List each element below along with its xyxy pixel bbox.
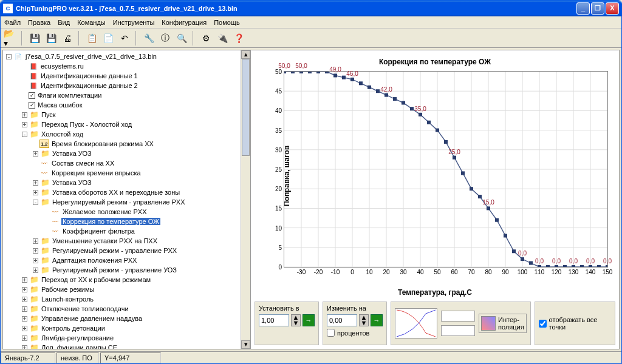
tree-item[interactable]: 📕Идентификационные данные 2 (4, 81, 239, 90)
connect-icon[interactable]: 🔌 (215, 31, 230, 46)
scroll-thumb[interactable] (242, 59, 250, 156)
svg-rect-44 (402, 101, 405, 105)
save-as-icon[interactable]: 💾 (44, 31, 58, 46)
percent-label: процентов (337, 329, 369, 337)
search-icon[interactable]: 🔍 (174, 31, 189, 46)
tree-item[interactable]: +Пуск (4, 110, 239, 120)
copy-icon[interactable]: 📋 (84, 31, 99, 46)
print-icon[interactable]: 🖨 (60, 31, 75, 46)
tree-item[interactable]: 〰Коррекция по температуре ОЖ (4, 217, 239, 226)
bottom-controls: Установить в ▲▼ → Изменить на ▲▼ → (255, 298, 615, 345)
svg-rect-40 (367, 86, 371, 89)
tree-item[interactable]: 📕ecusystems.ru (4, 61, 239, 71)
svg-rect-47 (427, 121, 431, 124)
window-title: ChipTuningPRO ver.3.21 - j7esa_0.7.5_res… (16, 5, 576, 12)
tree-scrollbar[interactable]: ▴ ▾ (241, 50, 250, 349)
preview3-icon[interactable] (441, 325, 475, 336)
menu-commands[interactable]: Команды (77, 19, 106, 26)
open-icon[interactable]: 📂▾ (3, 31, 18, 46)
svg-rect-46 (419, 113, 422, 116)
tree-item[interactable]: +Launch-контроль (4, 294, 239, 304)
svg-rect-42 (384, 93, 388, 97)
svg-rect-45 (410, 107, 414, 110)
tree-view[interactable]: -📄j7esa_0.7.5_resiver_drive_v21_drive_13… (3, 50, 241, 349)
info-icon[interactable]: ⓘ (158, 31, 173, 46)
save-icon[interactable]: 💾 (27, 31, 42, 46)
svg-rect-50 (453, 156, 456, 160)
svg-rect-43 (393, 97, 397, 101)
tree-item[interactable]: +Уставка УОЗ (4, 178, 239, 187)
tree-item[interactable]: 〰Коррекция времени впрыска (4, 168, 239, 178)
change-value-input[interactable] (327, 314, 357, 326)
tree-item[interactable]: +Регулируемый режим - управление УОЗ (4, 265, 239, 275)
tree-item[interactable]: +Управление давлением наддува (4, 314, 239, 323)
menu-config[interactable]: Конфигурация (162, 19, 207, 26)
svg-rect-51 (461, 171, 465, 175)
tree-item[interactable]: +Переход от XX к рабочим режимам (4, 275, 239, 285)
svg-rect-38 (350, 78, 354, 81)
menu-file[interactable]: Файл (4, 19, 21, 26)
change-spinner[interactable]: ▲▼ (359, 314, 369, 326)
set-apply-button[interactable]: → (302, 314, 315, 326)
paste-icon[interactable]: 📄 (101, 31, 115, 46)
set-value-group: Установить в ▲▼ → (255, 302, 319, 345)
svg-rect-56 (504, 234, 507, 237)
undo-icon[interactable]: ↶ (117, 31, 132, 46)
set-spinner[interactable]: ▲▼ (291, 314, 301, 326)
tree-item[interactable]: +Переход Пуск - Холостой ход (4, 120, 239, 129)
tree-item[interactable]: ✓Флаги комплектации (4, 90, 239, 100)
tree-item[interactable]: 〰Состав смеси на XX (4, 158, 239, 168)
help-icon[interactable]: ❓ (231, 31, 246, 46)
svg-rect-36 (333, 73, 337, 77)
menu-tools[interactable]: Инструменты (113, 19, 155, 26)
change-value-group: Изменить на ▲▼ → процентов (323, 302, 387, 345)
tree-item[interactable]: +Рабочие режимы (4, 285, 239, 294)
percent-checkbox[interactable] (327, 329, 335, 337)
tree-item[interactable]: 〰Коэффициент фильтра (4, 226, 239, 236)
close-button[interactable]: X (606, 2, 619, 15)
statusbar: Январь-7.2 неизв. ПО Y=4,947 (1, 351, 621, 363)
tree-item[interactable]: ✓Маска ошибок (4, 100, 239, 110)
svg-rect-52 (470, 187, 473, 190)
svg-rect-30 (284, 72, 286, 73)
tree-item[interactable]: 〰Желаемое положение РXX (4, 207, 239, 217)
menu-edit[interactable]: Правка (28, 19, 50, 26)
tree-item[interactable]: -Нерегулируемый режим - управление РXX (4, 197, 239, 207)
tree-item[interactable]: +Регулируемый режим - управление РXX (4, 246, 239, 255)
status-firmware: неизв. ПО (56, 352, 99, 363)
maximize-button[interactable]: ❐ (591, 2, 604, 15)
tool1-icon[interactable]: 🔧 (142, 31, 156, 46)
tree-item[interactable]: +Уменьшение уставки РXX на ПXX (4, 236, 239, 246)
tree-root[interactable]: -📄j7esa_0.7.5_resiver_drive_v21_drive_13… (4, 52, 239, 61)
interpolation-button[interactable]: Интер- поляция (479, 314, 527, 333)
tree-item[interactable]: +Уставка УОЗ (4, 149, 239, 158)
menu-help[interactable]: Помощь (214, 19, 240, 26)
chart-area: Коррекция по температуре ОЖ Поправка, ша… (255, 54, 615, 298)
tree-item[interactable]: 1.2Время блокирования режима XX (4, 139, 239, 149)
settings-icon[interactable]: ⚙ (199, 31, 213, 46)
tree-item[interactable]: +Отключение топливоподачи (4, 304, 239, 314)
tree-item[interactable]: +Лямбда-регулирование (4, 333, 239, 343)
tree-item[interactable]: +Адаптация положения РXX (4, 255, 239, 265)
tree-item[interactable]: 📕Идентификационные данные 1 (4, 71, 239, 81)
set-label: Установить в (259, 305, 315, 312)
status-module: Январь-7.2 (1, 352, 55, 363)
change-apply-button[interactable]: → (371, 314, 383, 326)
svg-rect-35 (325, 72, 329, 73)
tree-item[interactable]: +Контроль детонации (4, 323, 239, 333)
scroll-down-icon[interactable]: ▾ (241, 340, 250, 349)
tree-item[interactable]: +Доп. функции лампы CE (4, 343, 239, 349)
chart-plot[interactable]: 05101520253035404550-30-20-1001020304050… (284, 71, 608, 268)
set-value-input[interactable] (259, 314, 289, 326)
svg-rect-61 (546, 265, 550, 267)
minimize-button[interactable]: _ (576, 2, 590, 15)
interpolation-icon (481, 316, 496, 331)
preview2-icon[interactable] (441, 311, 475, 322)
tree-item[interactable]: +Уставка оборотов XX и переходные зоны (4, 187, 239, 197)
menu-view[interactable]: Вид (58, 19, 70, 26)
scroll-up-icon[interactable]: ▴ (241, 50, 250, 59)
tree-item[interactable]: -Холостой ход (4, 129, 239, 139)
show-all-points-checkbox[interactable] (539, 320, 547, 328)
svg-rect-39 (359, 81, 363, 85)
preview1-icon[interactable] (395, 308, 437, 339)
